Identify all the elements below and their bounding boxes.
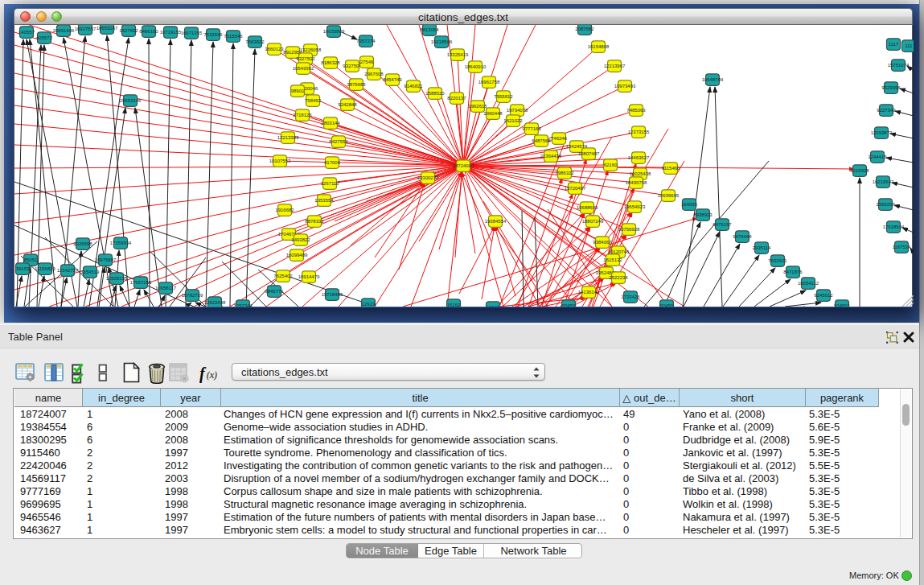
svg-text:12093872: 12093872 xyxy=(871,130,893,135)
svg-text:8471876: 8471876 xyxy=(783,270,803,274)
svg-text:10975887: 10975887 xyxy=(95,257,117,262)
svg-text:10782759: 10782759 xyxy=(182,293,203,298)
svg-text:16210643: 16210643 xyxy=(873,179,894,184)
svg-text:15923: 15923 xyxy=(487,305,500,307)
svg-text:10543362: 10543362 xyxy=(293,66,314,71)
svg-text:2718126: 2718126 xyxy=(293,113,312,117)
svg-text:21364436: 21364436 xyxy=(540,154,562,159)
svg-text:2967608: 2967608 xyxy=(364,72,384,76)
svg-text:16099489: 16099489 xyxy=(286,253,308,257)
svg-text:15162: 15162 xyxy=(447,303,461,307)
svg-text:92450: 92450 xyxy=(660,303,674,307)
svg-text:29053346: 29053346 xyxy=(120,98,142,103)
svg-text:8186328: 8186328 xyxy=(321,60,340,65)
svg-text:13300273: 13300273 xyxy=(417,175,439,180)
svg-text:1154519: 1154519 xyxy=(81,270,101,274)
svg-text:9227343: 9227343 xyxy=(877,108,896,113)
svg-text:10653267: 10653267 xyxy=(97,26,118,31)
svg-text:10756928: 10756928 xyxy=(618,227,640,232)
svg-text:16154808: 16154808 xyxy=(588,44,610,49)
svg-text:1292344: 1292344 xyxy=(233,303,253,307)
svg-text:7357274: 7357274 xyxy=(356,39,376,43)
svg-text:1962615: 1962615 xyxy=(468,104,487,109)
svg-text:10107553: 10107553 xyxy=(269,159,291,163)
svg-text:1916682: 1916682 xyxy=(275,208,294,212)
svg-text:62160: 62160 xyxy=(604,163,618,167)
svg-text:10648784: 10648784 xyxy=(702,77,724,82)
svg-text:19654923: 19654923 xyxy=(624,204,646,209)
svg-text:92450: 92450 xyxy=(562,303,576,307)
svg-text:10973493: 10973493 xyxy=(614,84,636,89)
svg-text:8220137: 8220137 xyxy=(447,96,466,101)
svg-text:11156829: 11156829 xyxy=(35,266,55,271)
svg-text:6487568: 6487568 xyxy=(532,138,551,143)
svg-text:1588520: 1588520 xyxy=(425,91,445,96)
svg-text:16961758: 16961758 xyxy=(478,80,500,84)
svg-text:9384067: 9384067 xyxy=(593,240,612,245)
svg-text:6479197: 6479197 xyxy=(713,222,732,227)
svg-text:9146821: 9146821 xyxy=(404,84,423,89)
svg-text:10719155: 10719155 xyxy=(160,30,182,35)
svg-text:12213383: 12213383 xyxy=(277,135,299,140)
svg-text:417006: 417006 xyxy=(324,160,341,165)
svg-text:2803144: 2803144 xyxy=(321,121,340,126)
svg-text:924501: 924501 xyxy=(834,303,851,307)
svg-text:111: 111 xyxy=(905,43,913,48)
svg-text:14463627: 14463627 xyxy=(628,155,650,160)
svg-text:3875685: 3875685 xyxy=(347,82,366,87)
svg-text:17359934: 17359934 xyxy=(110,241,132,245)
svg-text:9327502: 9327502 xyxy=(296,56,315,61)
svg-text:2522234: 2522234 xyxy=(609,275,628,280)
svg-text:12213967: 12213967 xyxy=(604,64,626,68)
svg-text:7515546: 7515546 xyxy=(224,34,243,39)
svg-text:164095: 164095 xyxy=(681,202,698,207)
svg-text:7515546: 7515546 xyxy=(203,32,223,37)
svg-text:9529996: 9529996 xyxy=(881,85,901,90)
svg-text:1733426: 1733426 xyxy=(621,295,640,299)
svg-text:16914479: 16914479 xyxy=(298,274,320,279)
svg-text:1990448: 1990448 xyxy=(483,111,503,116)
svg-text:758493: 758493 xyxy=(305,98,322,103)
svg-text:16671355: 16671355 xyxy=(181,31,203,35)
svg-text:15720407: 15720407 xyxy=(565,186,586,191)
svg-text:17018504: 17018504 xyxy=(883,225,905,229)
svg-text:1493822: 1493822 xyxy=(291,237,310,242)
svg-text:6466160: 6466160 xyxy=(139,29,158,34)
svg-text:7632621: 7632621 xyxy=(768,258,787,263)
svg-text:8454749: 8454749 xyxy=(383,77,402,82)
svg-text:18724007: 18724007 xyxy=(453,163,474,168)
svg-text:9115460: 9115460 xyxy=(662,166,681,171)
svg-text:8215938: 8215938 xyxy=(850,168,869,173)
svg-text:7663822: 7663822 xyxy=(245,39,265,44)
svg-text:27546: 27546 xyxy=(360,60,374,64)
svg-text:12505135: 12505135 xyxy=(106,276,128,281)
svg-text:14136141: 14136141 xyxy=(578,290,600,295)
svg-text:8878332: 8878332 xyxy=(305,219,324,224)
svg-text:746246: 746246 xyxy=(551,136,568,141)
svg-text:10025438: 10025438 xyxy=(630,171,651,176)
svg-text:7955812: 7955812 xyxy=(494,94,513,99)
svg-text:8427552: 8427552 xyxy=(329,139,348,144)
svg-text:12923448: 12923448 xyxy=(204,300,226,305)
svg-text:8813054: 8813054 xyxy=(420,27,439,32)
svg-text:15718485: 15718485 xyxy=(322,292,343,297)
svg-text:18807249: 18807249 xyxy=(582,219,604,224)
svg-text:19384554: 19384554 xyxy=(485,219,507,224)
svg-text:8938923: 8938923 xyxy=(693,212,713,217)
svg-text:10054112: 10054112 xyxy=(798,281,819,286)
svg-text:19218506: 19218506 xyxy=(431,39,453,44)
svg-text:1117: 1117 xyxy=(889,42,899,47)
svg-text:13226058: 13226058 xyxy=(300,47,322,52)
svg-text:7625402: 7625402 xyxy=(273,274,293,278)
svg-text:15751074: 15751074 xyxy=(888,63,910,68)
svg-text:16927557: 16927557 xyxy=(75,27,97,31)
svg-text:10807487: 10807487 xyxy=(578,151,600,156)
svg-text:2087682: 2087682 xyxy=(575,27,594,31)
svg-text:140557: 140557 xyxy=(18,30,35,35)
svg-text:12342757: 12342757 xyxy=(57,268,79,273)
svg-text:(x): (x) xyxy=(207,369,218,381)
svg-text:10688609: 10688609 xyxy=(577,205,598,210)
svg-text:2026598: 2026598 xyxy=(73,241,92,246)
svg-text:7986322: 7986322 xyxy=(555,171,574,175)
svg-text:12373155: 12373155 xyxy=(628,130,650,134)
